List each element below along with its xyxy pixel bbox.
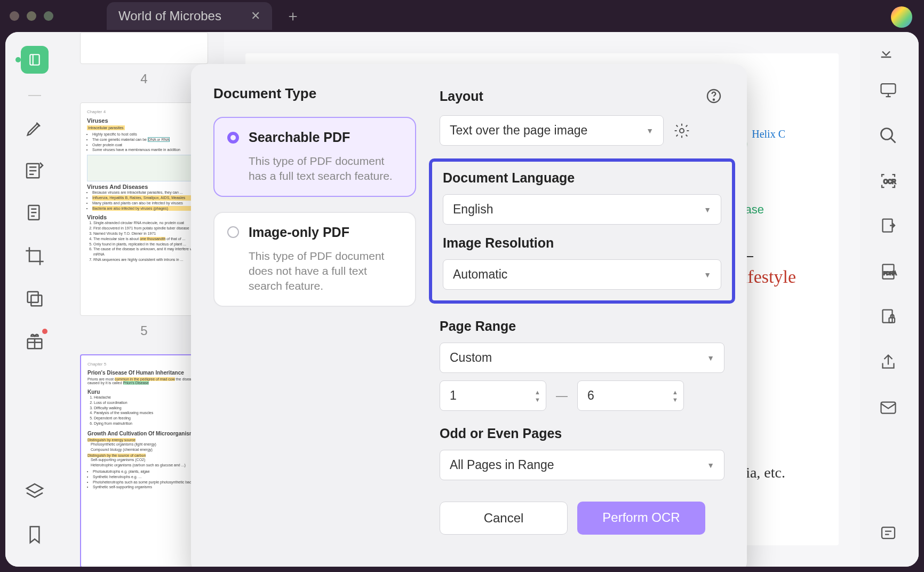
odd-even-label: Odd or Even Pages xyxy=(440,426,724,441)
tab-title: World of Microbes xyxy=(118,9,221,23)
thumbnail-page-selected[interactable]: Chapter 5 Prion's Disease Of Human Inher… xyxy=(80,354,208,567)
gear-icon[interactable] xyxy=(671,120,692,141)
option-title: Image-only PDF xyxy=(249,225,349,240)
page-range-select[interactable]: Custom ▼ xyxy=(440,343,724,373)
language-select[interactable]: English ▼ xyxy=(443,194,721,225)
svg-rect-17 xyxy=(881,402,896,414)
resolution-label: Image Resolution xyxy=(443,235,721,251)
page-number-label: 5 xyxy=(80,323,208,338)
svg-rect-18 xyxy=(882,527,895,538)
page-from-input[interactable]: 1 ▲▼ xyxy=(440,380,546,411)
option-searchable-pdf[interactable]: Searchable PDF This type of PDF document… xyxy=(213,117,416,197)
bookmark-icon[interactable] xyxy=(24,524,45,545)
share-icon[interactable] xyxy=(879,353,900,374)
odd-even-select[interactable]: All Pages in Range ▼ xyxy=(440,450,724,480)
ocr-icon[interactable]: OCR xyxy=(879,171,900,193)
divider xyxy=(28,95,41,96)
option-description: This type of PDF document has a full tex… xyxy=(249,154,402,184)
option-image-only-pdf[interactable]: Image-only PDF This type of PDF document… xyxy=(213,212,416,307)
annotate-icon[interactable] xyxy=(24,160,45,181)
crop-icon[interactable] xyxy=(24,245,45,267)
lock-file-icon[interactable] xyxy=(879,307,900,329)
language-label: Document Language xyxy=(443,170,721,186)
svg-rect-8 xyxy=(881,84,896,93)
chevron-down-icon: ▼ xyxy=(704,205,711,214)
resolution-value: Automatic xyxy=(453,267,507,282)
layout-label: Layout xyxy=(440,89,483,104)
presentation-icon[interactable] xyxy=(879,81,900,102)
svg-point-9 xyxy=(881,129,893,140)
ocr-settings-dialog: Document Type Searchable PDF This type o… xyxy=(191,64,747,567)
radio-icon xyxy=(227,132,239,144)
cancel-button[interactable]: Cancel xyxy=(440,502,568,535)
annotation-text: Helix C xyxy=(752,128,785,140)
option-title: Searchable PDF xyxy=(249,130,350,145)
convert-icon[interactable] xyxy=(879,217,900,238)
option-description: This type of PDF document does not have … xyxy=(249,249,402,294)
layout-select[interactable]: Text over the page image ▼ xyxy=(440,115,664,146)
close-tab-icon[interactable]: ✕ xyxy=(251,9,260,23)
highlighted-settings-region: Document Language English ▼ Image Resolu… xyxy=(429,158,735,304)
svg-text:PDF/A: PDF/A xyxy=(883,271,897,276)
right-toolbar: OCR PDF/A xyxy=(860,32,919,567)
highlighter-icon[interactable] xyxy=(24,117,45,139)
maximize-window-icon[interactable] xyxy=(44,11,53,21)
help-icon[interactable] xyxy=(703,85,724,107)
window-controls[interactable] xyxy=(10,11,53,21)
svg-point-21 xyxy=(680,129,684,133)
gift-icon[interactable] xyxy=(24,331,45,352)
page-number-label: 4 xyxy=(80,72,208,86)
stepper-down-icon[interactable]: ▼ xyxy=(535,396,540,403)
thumbnail-page[interactable]: Chapter 4 Viruses Intracellular parasite… xyxy=(80,102,208,316)
chevron-down-icon: ▼ xyxy=(707,461,714,470)
stepper-up-icon[interactable]: ▲ xyxy=(535,389,540,395)
search-icon[interactable] xyxy=(879,126,900,147)
chevron-down-icon: ▼ xyxy=(704,271,711,279)
mail-icon[interactable] xyxy=(879,398,900,419)
layers-icon[interactable] xyxy=(24,481,45,503)
svg-rect-4 xyxy=(28,292,38,303)
pdfa-icon[interactable]: PDF/A xyxy=(879,262,900,283)
resolution-select[interactable]: Automatic ▼ xyxy=(443,259,721,290)
app-brand-icon xyxy=(891,6,912,28)
odd-even-value: All Pages in Range xyxy=(450,458,554,472)
stepper-up-icon[interactable]: ▲ xyxy=(672,389,678,395)
radio-icon xyxy=(227,226,239,238)
svg-text:OCR: OCR xyxy=(883,178,896,185)
note-icon[interactable] xyxy=(879,524,900,545)
range-dash: — xyxy=(556,389,568,403)
svg-rect-0 xyxy=(30,54,39,65)
document-type-heading: Document Type xyxy=(213,85,416,102)
svg-line-10 xyxy=(891,138,896,143)
language-value: English xyxy=(453,202,493,217)
close-window-icon[interactable] xyxy=(10,11,19,21)
page-from-value: 1 xyxy=(450,388,457,403)
thumbnail-page[interactable] xyxy=(80,32,208,64)
annotation-text: ria, etc. xyxy=(741,464,785,481)
new-tab-button[interactable]: ＋ xyxy=(285,6,300,26)
page-to-input[interactable]: 6 ▲▼ xyxy=(577,380,684,411)
chevron-down-icon: ▼ xyxy=(707,354,714,362)
minimize-window-icon[interactable] xyxy=(27,11,36,21)
page-to-value: 6 xyxy=(587,388,594,403)
page-range-value: Custom xyxy=(450,351,492,365)
svg-rect-5 xyxy=(31,295,42,306)
chevron-down-icon: ▼ xyxy=(646,126,654,135)
layout-value: Text over the page image xyxy=(450,123,587,138)
perform-ocr-button[interactable]: Perform OCR xyxy=(577,502,705,535)
stepper-down-icon[interactable]: ▼ xyxy=(672,396,678,403)
svg-point-20 xyxy=(713,99,714,100)
app-logo-icon[interactable] xyxy=(21,46,49,74)
chevron-down-icon[interactable] xyxy=(879,46,900,67)
duplicate-icon[interactable] xyxy=(24,288,45,309)
left-toolbar xyxy=(5,32,64,567)
page-edit-icon[interactable] xyxy=(24,203,45,224)
tab-document[interactable]: World of Microbes ✕ xyxy=(107,2,272,30)
page-range-label: Page Range xyxy=(440,319,724,334)
